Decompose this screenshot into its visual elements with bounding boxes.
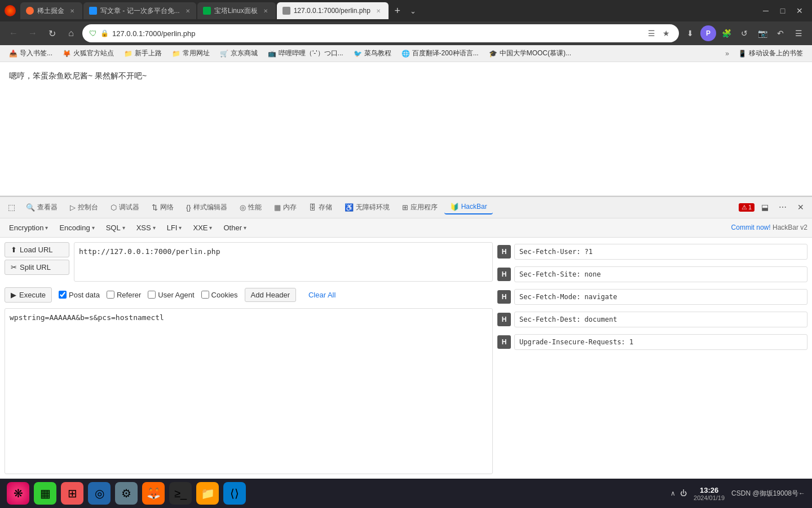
hackbar-menu-encoding[interactable]: Encoding ▾ — [55, 221, 99, 234]
forward-button[interactable]: → — [25, 25, 41, 41]
tab-list-button[interactable]: ⌄ — [407, 7, 420, 15]
clear-all-button[interactable]: Clear All — [303, 288, 341, 301]
tab-close-2[interactable]: ✕ — [183, 6, 192, 15]
download-button[interactable]: ⬇ — [682, 25, 698, 41]
bookmark-baidu[interactable]: 🌐 百度翻译-200种语言... — [397, 47, 483, 60]
profile-button[interactable]: P — [700, 25, 716, 41]
bookmark-mobile[interactable]: 📱 移动设备上的书签 — [734, 47, 807, 60]
execute-button[interactable]: ▶ Execute — [5, 287, 52, 303]
history-button[interactable]: ↶ — [773, 25, 788, 41]
post-data-option[interactable]: Post data — [59, 291, 100, 299]
tab-4[interactable]: 127.0.0.1:7000/perlin.php ✕ — [277, 2, 389, 19]
application-icon: ⊞ — [402, 203, 408, 212]
app-grid-app[interactable]: ⊞ — [61, 482, 83, 505]
devtools-tab-network[interactable]: ⇅ 网络 — [146, 200, 179, 214]
reader-mode-icon[interactable]: ☰ — [645, 27, 657, 40]
terminal-dock-app[interactable]: ≥_ — [169, 482, 192, 505]
tab-2[interactable]: 写文章 - 记一次多平台免... ✕ — [83, 2, 196, 19]
url-box[interactable]: 🛡 🔒 127.0.0.1:7000/perlin.php ☰ ★ — [82, 24, 679, 42]
bookmark-icon[interactable]: ★ — [660, 27, 672, 40]
bookmark-common[interactable]: 📁 常用网址 — [167, 47, 214, 60]
split-url-button[interactable]: ✂ Split URL — [5, 260, 69, 275]
devtools-close-button[interactable]: ✕ — [793, 199, 809, 215]
bookmark-baidu-label: 百度翻译-200种语言... — [412, 49, 479, 58]
devtools-tab-storage[interactable]: 🗄 存储 — [303, 200, 338, 214]
app-launcher-button[interactable]: ❋ — [7, 482, 29, 505]
devtools-tab-console[interactable]: ▷ 控制台 — [64, 200, 104, 214]
hackbar-menu-encryption[interactable]: Encryption ▾ — [5, 221, 52, 234]
devtools-tab-accessibility[interactable]: ♿ 无障碍环境 — [339, 200, 395, 214]
taskbar-right: ∧ ⏻ 13:26 2024/01/19 CSDN @御坂19008号← — [670, 486, 805, 501]
tab-close-1[interactable]: ✕ — [68, 6, 77, 15]
devtools-tab-debugger[interactable]: ⬡ 调试器 — [105, 200, 145, 214]
header-value-0[interactable]: Sec-Fetch-User: ?1 — [514, 244, 807, 260]
tab-close-3[interactable]: ✕ — [261, 6, 270, 15]
devtools-tab-style-editor[interactable]: {} 样式编辑器 — [180, 200, 233, 214]
post-data-textarea[interactable]: wpstring=AAAAAA&b=s&pcs=hostnamectl — [5, 308, 493, 474]
referer-checkbox[interactable] — [107, 291, 114, 299]
devtools-tab-memory[interactable]: ▦ 内存 — [268, 200, 302, 214]
bookmarks-more-button[interactable]: » — [722, 48, 732, 59]
menu-button[interactable]: ☰ — [791, 25, 806, 41]
vscode-dock-app[interactable]: ⟨⟩ — [223, 482, 246, 505]
devtools-tab-performance[interactable]: ◎ 性能 — [234, 200, 267, 214]
sync-button[interactable]: ↺ — [736, 25, 752, 41]
back-button[interactable]: ← — [6, 25, 21, 41]
maximize-button[interactable]: □ — [775, 3, 791, 19]
screenshot-button[interactable]: 📷 — [754, 25, 770, 41]
extensions-button[interactable]: 🧩 — [718, 25, 734, 41]
bookmark-jd[interactable]: 🛒 京东商城 — [215, 47, 262, 60]
devtools-layout-button[interactable]: ⬓ — [757, 199, 773, 215]
file-manager-app[interactable]: ▦ — [34, 482, 56, 505]
referer-option[interactable]: Referer — [107, 291, 141, 299]
tray-expand-icon[interactable]: ∧ — [670, 489, 676, 497]
home-button[interactable]: ⌂ — [63, 25, 79, 41]
devtools-tab-application[interactable]: ⊞ 应用程序 — [396, 200, 443, 214]
refresh-button[interactable]: ↻ — [44, 25, 60, 41]
tab-1[interactable]: 稀土掘金 ✕ — [20, 2, 82, 19]
xss-label: XSS — [136, 224, 151, 232]
cookies-option[interactable]: Cookies — [201, 291, 238, 299]
commit-link[interactable]: Commit now! — [731, 224, 771, 231]
url-display[interactable]: 127.0.0.1:7000/perlin.php — [112, 29, 642, 38]
browser-chrome: 稀土掘金 ✕ 写文章 - 记一次多平台免... ✕ 宝塔Linux面板 ✕ 12… — [0, 0, 812, 62]
bilibili-icon: 📺 — [268, 50, 276, 58]
hackbar-menu-other[interactable]: Other ▾ — [219, 221, 251, 234]
browser-dock-app[interactable]: ◎ — [88, 482, 111, 505]
header-value-1[interactable]: Sec-Fetch-Site: none — [514, 266, 807, 282]
cookies-checkbox[interactable] — [201, 291, 209, 299]
bookmark-import[interactable]: 📥 导入书签... — [5, 47, 57, 60]
bookmark-bilibili[interactable]: 📺 哔哩哔哩（'-'）つ口... — [263, 47, 348, 60]
user-agent-checkbox[interactable] — [148, 291, 156, 299]
hackbar-menu-xss[interactable]: XSS ▾ — [132, 221, 160, 234]
header-value-3[interactable]: Sec-Fetch-Dest: document — [514, 312, 807, 327]
add-header-button[interactable]: Add Header — [245, 288, 296, 302]
bookmark-mooc[interactable]: 🎓 中国大学MOOC(慕课)... — [484, 47, 576, 60]
bookmark-firefox[interactable]: 🦊 火狐官方站点 — [58, 47, 118, 60]
tab-close-4[interactable]: ✕ — [374, 6, 383, 15]
settings-dock-app[interactable]: ⚙ — [115, 482, 138, 505]
hackbar-menu-lfi[interactable]: LFI ▾ — [162, 221, 187, 234]
files-dock-app[interactable]: 📁 — [196, 482, 219, 505]
devtools-tab-hackbar[interactable]: 🔰 HackBar — [444, 200, 493, 214]
bookmark-newuser[interactable]: 📁 新手上路 — [120, 47, 166, 60]
devtools-tab-inspector[interactable]: 🔍 查看器 — [20, 200, 63, 214]
firefox-dock-app[interactable]: 🦊 — [142, 482, 165, 505]
new-tab-button[interactable]: + — [390, 3, 405, 19]
devtools-more-button[interactable]: ⋯ — [775, 199, 791, 215]
post-data-checkbox[interactable] — [59, 291, 67, 299]
close-button[interactable]: ✕ — [792, 3, 807, 19]
bookmark-runoob[interactable]: 🐦 菜鸟教程 — [349, 47, 396, 60]
hackbar-menu-sql[interactable]: SQL ▾ — [102, 221, 130, 234]
header-value-4[interactable]: Upgrade-Insecure-Requests: 1 — [514, 334, 807, 350]
hackbar-url-textarea[interactable]: http://127.0.0.1:7000/perlin.php — [74, 242, 493, 282]
devtools-inspector-toggle[interactable]: ⬚ — [3, 199, 19, 215]
load-url-button[interactable]: ⬆ Load URL — [5, 242, 69, 257]
tab-3[interactable]: 宝塔Linux面板 ✕ — [197, 2, 276, 19]
toolbar-right: ⬇ P 🧩 ↺ 📷 ↶ ☰ — [682, 25, 806, 41]
minimize-button[interactable]: ─ — [758, 3, 774, 19]
user-agent-option[interactable]: User Agent — [148, 291, 194, 299]
hackbar-menu-xxe[interactable]: XXE ▾ — [188, 221, 217, 234]
page-content: 嗯哼，笨蛋杂鱼欧尼酱~ 果然解不开吧~ — [0, 62, 812, 196]
header-value-2[interactable]: Sec-Fetch-Mode: navigate — [514, 289, 807, 305]
